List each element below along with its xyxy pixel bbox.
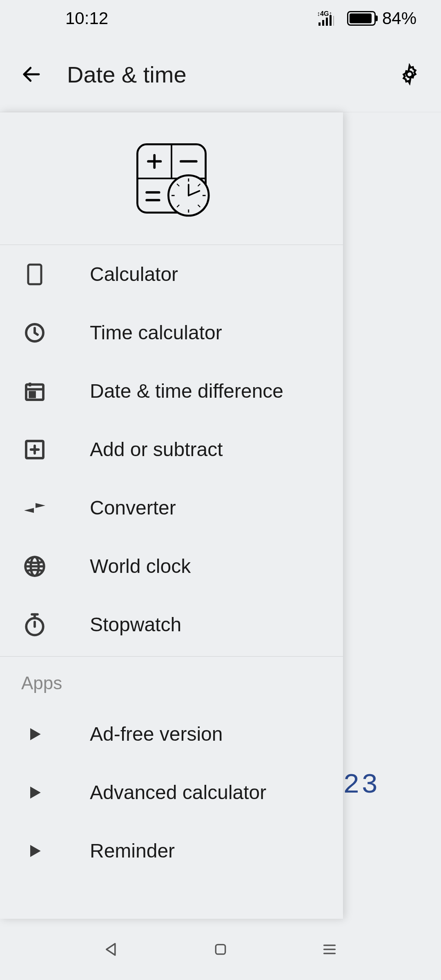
- nav-item-label: World clock: [90, 555, 191, 577]
- svg-rect-2: [322, 20, 324, 26]
- svg-marker-43: [30, 728, 41, 740]
- svg-rect-27: [28, 265, 41, 284]
- calculator-icon: [22, 262, 47, 287]
- status-time: 10:12: [24, 9, 108, 28]
- play-icon: [22, 839, 47, 863]
- nav-item-time-calculator[interactable]: Time calculator: [0, 303, 343, 362]
- app-header: Date & time: [0, 37, 441, 112]
- drawer-list: Calculator Time calculator Date & ti: [0, 245, 343, 880]
- settings-button[interactable]: [399, 63, 421, 85]
- nav-item-label: Ad-free version: [90, 723, 223, 745]
- nav-item-calculator[interactable]: Calculator: [0, 245, 343, 303]
- square-home-icon: [212, 941, 229, 958]
- page-title: Date & time: [67, 61, 374, 88]
- svg-marker-44: [30, 786, 41, 798]
- menu-recent-icon: [321, 941, 339, 958]
- nav-item-stopwatch[interactable]: Stopwatch: [0, 595, 343, 654]
- nav-item-label: Add or subtract: [90, 438, 223, 461]
- battery-icon: [347, 11, 376, 26]
- svg-rect-4: [330, 15, 332, 26]
- play-icon: [22, 722, 47, 746]
- battery-percentage: 84%: [382, 9, 416, 28]
- stopwatch-icon: [22, 612, 47, 637]
- nav-home-button[interactable]: [208, 937, 233, 962]
- convert-icon: [22, 496, 47, 520]
- nav-item-label: Reminder: [90, 840, 175, 862]
- drawer-header: [0, 112, 343, 245]
- nav-item-advanced-calculator[interactable]: Advanced calculator: [0, 763, 343, 822]
- svg-rect-3: [326, 18, 328, 26]
- background-value: 23: [343, 769, 380, 801]
- nav-item-ad-free[interactable]: Ad-free version: [0, 705, 343, 763]
- back-button[interactable]: [20, 63, 42, 85]
- nav-item-world-clock[interactable]: World clock: [0, 537, 343, 595]
- globe-icon: [22, 554, 47, 579]
- svg-marker-46: [107, 944, 115, 955]
- nav-item-label: Converter: [90, 497, 176, 519]
- navigation-drawer: Calculator Time calculator Date & ti: [0, 112, 343, 919]
- nav-item-label: Stopwatch: [90, 613, 181, 636]
- play-icon: [22, 780, 47, 805]
- nav-item-converter[interactable]: Converter: [0, 479, 343, 537]
- svg-rect-1: [318, 22, 321, 26]
- clock-icon: [22, 321, 47, 345]
- svg-rect-31: [30, 392, 35, 397]
- plus-box-icon: [22, 437, 47, 462]
- nav-item-label: Advanced calculator: [90, 781, 266, 804]
- nav-item-label: Date & time difference: [90, 380, 283, 402]
- gear-icon: [399, 63, 421, 85]
- nav-item-date-difference[interactable]: Date & time difference: [0, 362, 343, 420]
- arrow-left-icon: [20, 63, 42, 85]
- background-content: 23: [343, 112, 441, 980]
- section-header-apps: Apps: [0, 656, 343, 705]
- nav-item-label: Calculator: [90, 263, 178, 285]
- svg-rect-47: [216, 944, 225, 954]
- nav-back-button[interactable]: [99, 937, 124, 962]
- nav-item-add-subtract[interactable]: Add or subtract: [0, 420, 343, 479]
- nav-recent-button[interactable]: [317, 937, 342, 962]
- status-bar: 10:12 ↕4G↑ 84%: [0, 0, 441, 37]
- nav-item-label: Time calculator: [90, 321, 222, 344]
- svg-marker-45: [30, 845, 41, 857]
- calendar-icon: [22, 379, 47, 403]
- system-nav-bar: [0, 919, 441, 980]
- svg-rect-5: [333, 16, 334, 26]
- status-indicators: ↕4G↑ 84%: [317, 9, 416, 28]
- nav-item-reminder[interactable]: Reminder: [0, 822, 343, 880]
- app-logo-icon: [133, 140, 210, 217]
- network-indicator: ↕4G↑: [317, 10, 341, 27]
- triangle-back-icon: [103, 941, 120, 958]
